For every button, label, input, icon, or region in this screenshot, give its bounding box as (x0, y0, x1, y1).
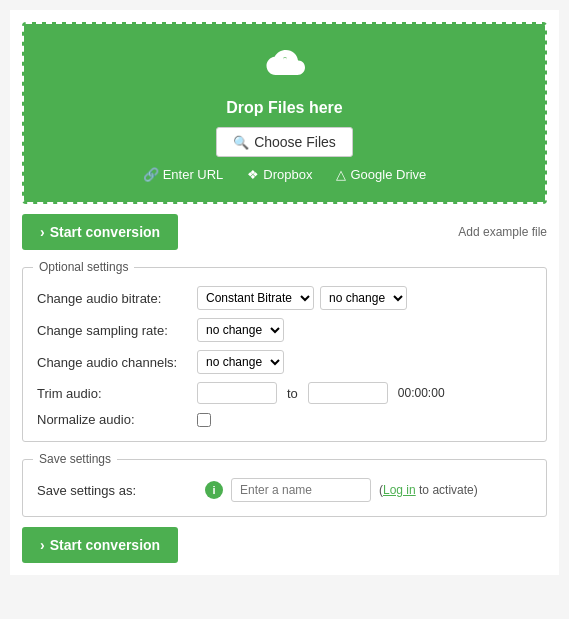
top-action-row: › Start conversion Add example file (22, 214, 547, 250)
save-settings-row: Save settings as: i (Log in to activate) (37, 478, 532, 502)
add-example-link[interactable]: Add example file (458, 225, 547, 239)
bitrate-controls: Constant Bitrate Variable Bitrate no cha… (197, 286, 407, 310)
trim-label: Trim audio: (37, 386, 197, 401)
trim-to-label: to (287, 386, 298, 401)
bitrate-value-select[interactable]: no change 32k 64k 128k 192k 256k 320k (320, 286, 407, 310)
cloud-upload-icon (34, 44, 535, 93)
drop-text: Drop Files here (34, 99, 535, 117)
chevron-right-icon-bottom: › (40, 537, 45, 553)
dropbox-icon: ❖ (247, 167, 259, 182)
optional-settings-fieldset: Optional settings Change audio bitrate: … (22, 260, 547, 442)
dropbox-link[interactable]: ❖ Dropbox (247, 167, 312, 182)
main-container: Drop Files here 🔍 Choose Files 🔗 Enter U… (10, 10, 559, 575)
bottom-action-row: › Start conversion (22, 527, 547, 563)
bitrate-row: Change audio bitrate: Constant Bitrate V… (37, 286, 532, 310)
save-label: Save settings as: (37, 483, 197, 498)
channels-controls: no change mono stereo (197, 350, 284, 374)
normalize-controls (197, 413, 211, 427)
trim-end-input[interactable] (308, 382, 388, 404)
chevron-right-icon: › (40, 224, 45, 240)
save-name-input[interactable] (231, 478, 371, 502)
channels-row: Change audio channels: no change mono st… (37, 350, 532, 374)
channels-label: Change audio channels: (37, 355, 197, 370)
trim-time-display: 00:00:00 (398, 386, 445, 400)
channels-select[interactable]: no change mono stereo (197, 350, 284, 374)
sampling-label: Change sampling rate: (37, 323, 197, 338)
normalize-checkbox[interactable] (197, 413, 211, 427)
top-start-conversion-button[interactable]: › Start conversion (22, 214, 178, 250)
sampling-controls: no change 8000 Hz 22050 Hz 44100 Hz 4800… (197, 318, 284, 342)
drop-zone-links: 🔗 Enter URL ❖ Dropbox △ Google Drive (34, 167, 535, 182)
search-icon: 🔍 (233, 135, 249, 150)
trim-controls: to 00:00:00 (197, 382, 445, 404)
svg-rect-3 (282, 64, 288, 72)
save-settings-fieldset: Save settings Save settings as: i (Log i… (22, 452, 547, 517)
bitrate-type-select[interactable]: Constant Bitrate Variable Bitrate (197, 286, 314, 310)
normalize-row: Normalize audio: (37, 412, 532, 427)
bottom-start-conversion-button[interactable]: › Start conversion (22, 527, 178, 563)
trim-start-input[interactable] (197, 382, 277, 404)
login-link[interactable]: Log in (383, 483, 416, 497)
enter-url-link[interactable]: 🔗 Enter URL (143, 167, 224, 182)
google-drive-link[interactable]: △ Google Drive (336, 167, 426, 182)
trim-row: Trim audio: to 00:00:00 (37, 382, 532, 404)
link-icon: 🔗 (143, 167, 159, 182)
login-note: (Log in to activate) (379, 483, 478, 497)
bitrate-label: Change audio bitrate: (37, 291, 197, 306)
drop-zone[interactable]: Drop Files here 🔍 Choose Files 🔗 Enter U… (22, 22, 547, 204)
normalize-label: Normalize audio: (37, 412, 197, 427)
save-settings-legend: Save settings (33, 452, 117, 466)
optional-settings-legend: Optional settings (33, 260, 134, 274)
sampling-select[interactable]: no change 8000 Hz 22050 Hz 44100 Hz 4800… (197, 318, 284, 342)
choose-files-button[interactable]: 🔍 Choose Files (216, 127, 353, 157)
sampling-rate-row: Change sampling rate: no change 8000 Hz … (37, 318, 532, 342)
google-drive-icon: △ (336, 167, 346, 182)
info-icon[interactable]: i (205, 481, 223, 499)
